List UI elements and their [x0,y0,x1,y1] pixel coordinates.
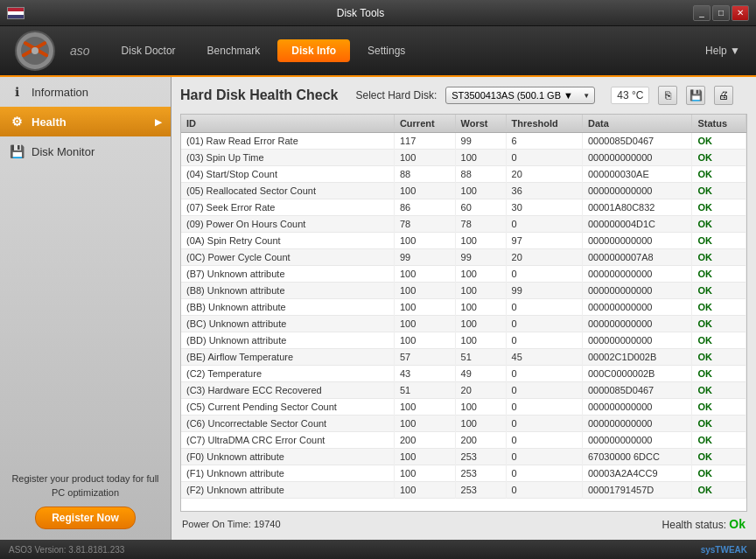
content-bottom: Power On Time: 19740 Health status: Ok [180,517,747,531]
disk-select[interactable]: ST3500413AS (500.1 GB ▼ [445,87,595,104]
cell-status: OK [692,316,746,332]
table-row: (BC) Unknown attribute100100000000000000… [181,316,746,332]
print-icon-btn[interactable]: 🖨 [714,86,733,105]
sidebar-item-information[interactable]: ℹ Information [0,77,171,107]
app-logo [9,29,61,73]
table-row: (01) Raw Read Error Rate1179960000085D04… [181,133,746,150]
cell-current: 117 [394,133,455,150]
close-button[interactable]: ✕ [732,5,749,21]
cell-current: 100 [394,233,455,249]
table-row: (BE) Airflow Temperature57514500002C1D00… [181,349,746,366]
cell-worst: 51 [455,349,506,366]
disk-select-wrapper[interactable]: ST3500413AS (500.1 GB ▼ [445,87,595,104]
copy-icon-btn[interactable]: ⎘ [658,86,677,105]
cell-threshold: 0 [506,216,582,233]
cell-data: 000000000000 [583,266,692,283]
sidebar-label-health: Health [32,115,66,129]
cell-worst: 100 [455,233,506,249]
footer-version: ASO3 Version: 3.81.8181.233 [9,545,124,555]
cell-data: 0000085D0467 [583,133,692,150]
tab-settings[interactable]: Settings [354,39,419,62]
sidebar-item-disk-monitor[interactable]: 💾 Disk Monitor [0,136,171,166]
cell-id: (09) Power On Hours Count [181,216,394,233]
svg-point-4 [32,47,38,54]
table-row: (05) Reallocated Sector Count10010036000… [181,183,746,199]
flag-icon [7,7,24,19]
tab-disk-doctor[interactable]: Disk Doctor [108,39,190,62]
cell-threshold: 0 [506,150,582,166]
tab-disk-info[interactable]: Disk Info [277,39,350,62]
cell-current: 100 [394,332,455,349]
table-row: (09) Power On Hours Count78780000000004D… [181,216,746,233]
footer-brand-tweak: TWEAK [715,545,747,555]
app-logo-small [7,7,28,19]
window-controls: _ □ ✕ [693,5,749,21]
cell-id: (B7) Unknown attribute [181,266,394,283]
table-row: (F2) Unknown attribute100253000001791457… [181,482,746,499]
cell-status: OK [692,166,746,183]
cell-current: 51 [394,382,455,399]
cell-status: OK [692,482,746,499]
cell-threshold: 6 [506,133,582,150]
health-status-value: Ok [729,517,746,531]
cell-threshold: 99 [506,283,582,299]
cell-current: 100 [394,150,455,166]
cell-status: OK [692,133,746,150]
cell-threshold: 30 [506,199,582,216]
temperature-badge: 43 °C [611,87,649,104]
cell-data: 000000000000 [583,150,692,166]
table-row: (0A) Spin Retry Count1001009700000000000… [181,233,746,249]
cell-current: 100 [394,465,455,482]
restore-button[interactable]: □ [712,5,730,21]
cell-worst: 100 [455,299,506,316]
table-row: (C3) Hardware ECC Recovered512000000085D… [181,382,746,399]
cell-worst: 253 [455,465,506,482]
cell-data: 000000000000 [583,399,692,416]
cell-data: 0000000007A8 [583,249,692,266]
cell-threshold: 0 [506,382,582,399]
cell-threshold: 0 [506,299,582,316]
minimize-button[interactable]: _ [693,5,710,21]
cell-id: (05) Reallocated Sector Count [181,183,394,199]
footer-brand: sysTWEAK [701,545,747,555]
cell-worst: 100 [455,316,506,332]
cell-threshold: 0 [506,316,582,332]
sidebar-register: Register your product today for full PC … [0,462,171,540]
table-row: (C2) Temperature43490000C0000002BOK [181,366,746,382]
cell-threshold: 45 [506,349,582,366]
col-current: Current [394,115,455,133]
cell-status: OK [692,399,746,416]
cell-worst: 253 [455,449,506,465]
cell-id: (01) Raw Read Error Rate [181,133,394,150]
help-button[interactable]: Help ▼ [698,41,747,60]
sidebar-item-health[interactable]: ⚙ Health ▶ [0,107,171,136]
cell-data: 000000030AE [583,166,692,183]
disk-monitor-icon: 💾 [9,143,24,159]
cell-data: 000000000000 [583,233,692,249]
cell-data: 000000000000 [583,416,692,432]
cell-current: 100 [394,416,455,432]
cell-threshold: 20 [506,249,582,266]
cell-current: 86 [394,199,455,216]
sidebar: ℹ Information ⚙ Health ▶ 💾 Disk Monitor … [0,77,172,540]
sidebar-arrow-health: ▶ [155,117,162,127]
cell-current: 100 [394,283,455,299]
cell-worst: 20 [455,382,506,399]
sidebar-label-disk-monitor: Disk Monitor [32,145,94,158]
table-row: (C7) UltraDMA CRC Error Count20020000000… [181,432,746,449]
cell-id: (C3) Hardware ECC Recovered [181,382,394,399]
col-id: ID [181,115,394,133]
nav-tabs: Disk Doctor Benchmark Disk Info Settings [108,39,699,62]
cell-current: 200 [394,432,455,449]
cell-status: OK [692,283,746,299]
tab-benchmark[interactable]: Benchmark [193,39,275,62]
cell-id: (B8) Unknown attribute [181,283,394,299]
cell-threshold: 0 [506,399,582,416]
app-name: aso [70,44,90,58]
cell-status: OK [692,299,746,316]
register-button[interactable]: Register Now [35,507,136,529]
save-icon-btn[interactable]: 💾 [686,86,705,105]
content-area: Hard Disk Health Check Select Hard Disk:… [172,77,756,540]
cell-current: 100 [394,316,455,332]
cell-id: (BE) Airflow Temperature [181,349,394,366]
